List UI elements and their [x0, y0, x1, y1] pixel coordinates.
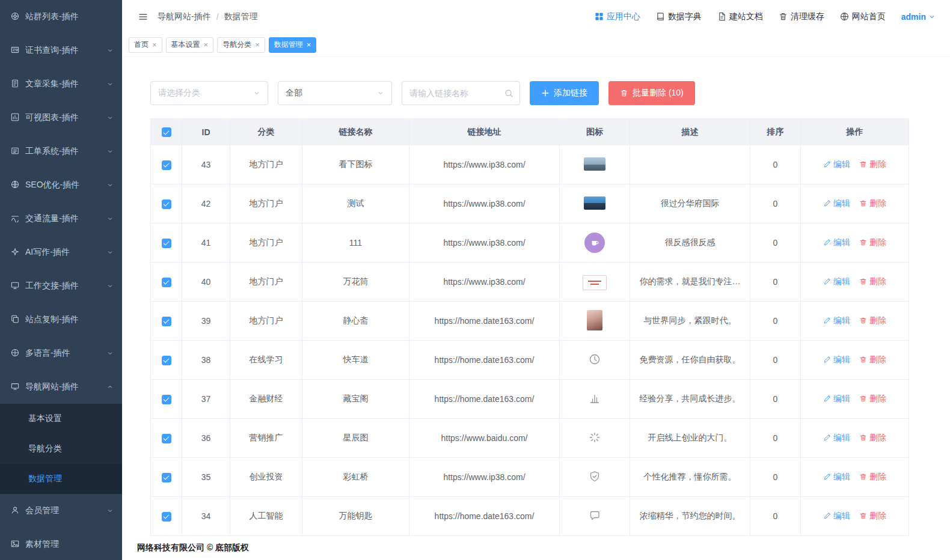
- add-link-button[interactable]: 添加链接: [530, 81, 599, 105]
- edit-link[interactable]: 编辑: [823, 472, 850, 482]
- cell-desc: 你的需求，就是我们专注…: [630, 263, 750, 302]
- cell-category: 营销推广: [230, 419, 302, 458]
- status-select[interactable]: 全部: [278, 81, 392, 105]
- edit-link[interactable]: 编辑: [823, 237, 850, 248]
- chevron-down-icon: [106, 507, 114, 514]
- delete-link[interactable]: 删除: [859, 355, 886, 365]
- seo-icon: [11, 180, 19, 190]
- delete-link[interactable]: 删除: [859, 315, 886, 326]
- app: 站群列表-插件证书查询-插件文章采集-插件可视图表-插件工单系统-插件SEO优化…: [0, 0, 950, 560]
- edit-link[interactable]: 编辑: [823, 433, 850, 443]
- edit-link[interactable]: 编辑: [823, 315, 850, 326]
- tab[interactable]: 数据管理×: [269, 37, 317, 53]
- row-checkbox[interactable]: [162, 512, 171, 522]
- sidebar-item[interactable]: AI写作-插件: [0, 236, 122, 269]
- select-all-checkbox[interactable]: [162, 127, 171, 137]
- sidebar-item[interactable]: 素材管理: [0, 528, 122, 560]
- red-card-icon: [583, 275, 607, 290]
- close-icon[interactable]: ×: [152, 41, 157, 49]
- cell-url: https://www.ip38.com/: [409, 184, 560, 224]
- sidebar-item[interactable]: 会员管理: [0, 494, 122, 528]
- sidebar-subitem-label: 数据管理: [28, 473, 62, 484]
- close-icon[interactable]: ×: [204, 41, 209, 49]
- category-select-placeholder: 请选择分类: [158, 88, 200, 99]
- row-checkbox[interactable]: [162, 239, 171, 248]
- category-select[interactable]: 请选择分类: [150, 81, 268, 105]
- cell-checkbox: [151, 419, 182, 458]
- chevron-down-icon: [106, 181, 114, 189]
- row-checkbox[interactable]: [162, 434, 171, 443]
- row-checkbox[interactable]: [162, 395, 171, 404]
- edit-link[interactable]: 编辑: [823, 159, 850, 170]
- search-icon[interactable]: [504, 89, 513, 98]
- cell-url: https://home.date163.com/: [409, 341, 560, 380]
- hamburger-menu-icon[interactable]: [138, 12, 148, 22]
- chevron-down-icon: [106, 249, 114, 256]
- sidebar-item[interactable]: 站群列表-插件: [0, 0, 122, 34]
- search-box: [402, 81, 520, 105]
- sidebar-subitem[interactable]: 导航分类: [0, 434, 122, 464]
- topbar-action[interactable]: 建站文档: [717, 11, 763, 22]
- tab[interactable]: 首页×: [129, 37, 162, 53]
- sidebar-item[interactable]: 多语言-插件: [0, 336, 122, 370]
- topbar-action[interactable]: 清理缓存: [779, 11, 824, 22]
- sidebar-item[interactable]: 文章采集-插件: [0, 67, 122, 101]
- batch-delete-button[interactable]: 批量删除 (10): [608, 81, 695, 105]
- delete-link[interactable]: 删除: [859, 472, 886, 482]
- delete-link[interactable]: 删除: [859, 198, 886, 209]
- topbar-action-label: 清理缓存: [791, 11, 824, 22]
- edit-link[interactable]: 编辑: [823, 394, 850, 404]
- close-icon[interactable]: ×: [255, 41, 260, 49]
- sidebar-item[interactable]: 导航网站-插件: [0, 370, 122, 404]
- delete-link[interactable]: 删除: [859, 237, 886, 248]
- tab[interactable]: 基本设置×: [166, 37, 214, 53]
- row-checkbox[interactable]: [162, 473, 171, 482]
- cell-name: 万能钥匙: [302, 497, 409, 536]
- cell-checkbox: [151, 458, 182, 497]
- row-checkbox[interactable]: [162, 317, 171, 326]
- topbar-action[interactable]: 网站首页: [840, 11, 886, 22]
- sidebar-item[interactable]: 证书查询-插件: [0, 34, 122, 67]
- sidebar-item[interactable]: 工单系统-插件: [0, 135, 122, 168]
- delete-link[interactable]: 删除: [859, 433, 886, 443]
- sidebar-subitem-label: 导航分类: [28, 443, 62, 454]
- cell-checkbox: [151, 302, 182, 341]
- edit-link[interactable]: 编辑: [823, 511, 850, 522]
- sidebar-item[interactable]: 站点复制-插件: [0, 303, 122, 336]
- sidebar-item[interactable]: SEO优化-插件: [0, 168, 122, 202]
- user-menu[interactable]: admin: [901, 12, 936, 22]
- edit-link[interactable]: 编辑: [823, 355, 850, 365]
- sidebar-item[interactable]: 可视图表-插件: [0, 101, 122, 135]
- cell-actions: 编辑删除: [801, 341, 909, 380]
- edit-link[interactable]: 编辑: [823, 198, 850, 209]
- link-name-input[interactable]: [409, 88, 504, 98]
- delete-link[interactable]: 删除: [859, 511, 886, 522]
- delete-link[interactable]: 删除: [859, 159, 886, 170]
- sidebar-subitem[interactable]: 基本设置: [0, 404, 122, 434]
- cell-url: https://home.date163.com/: [409, 302, 560, 341]
- table-row: 38在线学习快车道https://home.date163.com/免费资源，任…: [151, 341, 909, 380]
- row-checkbox[interactable]: [162, 278, 171, 287]
- tab[interactable]: 导航分类×: [217, 37, 265, 53]
- delete-link[interactable]: 删除: [859, 394, 886, 404]
- close-icon[interactable]: ×: [307, 41, 311, 49]
- edit-link[interactable]: 编辑: [823, 276, 850, 287]
- topbar-action[interactable]: 应用中心: [595, 11, 640, 22]
- row-checkbox[interactable]: [162, 356, 171, 365]
- row-checkbox[interactable]: [162, 160, 171, 170]
- sidebar-item-label: SEO优化-插件: [25, 180, 106, 190]
- topbar-action[interactable]: 数据字典: [656, 11, 702, 22]
- cell-sort: 0: [750, 497, 801, 536]
- sidebar-subitem[interactable]: 数据管理: [0, 464, 122, 494]
- cell-actions: 编辑删除: [801, 263, 909, 302]
- column-header: 描述: [630, 119, 750, 145]
- cell-category: 地方门户: [230, 184, 302, 224]
- delete-link[interactable]: 删除: [859, 276, 886, 287]
- breadcrumb-item[interactable]: 导航网站-插件: [158, 11, 211, 22]
- sidebar: 站群列表-插件证书查询-插件文章采集-插件可视图表-插件工单系统-插件SEO优化…: [0, 0, 122, 560]
- sidebar-item[interactable]: 工作交接-插件: [0, 269, 122, 303]
- city-photo-icon: [584, 157, 605, 171]
- shield-icon: [589, 470, 601, 482]
- row-checkbox[interactable]: [162, 199, 171, 209]
- sidebar-item[interactable]: 交通流量-插件: [0, 202, 122, 236]
